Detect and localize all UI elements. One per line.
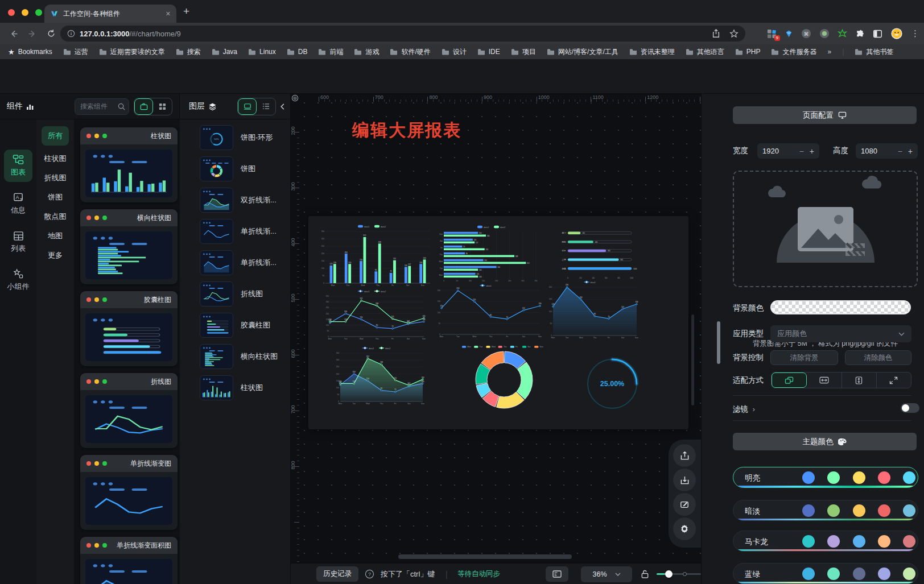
component-card[interactable]: 胶囊柱图 xyxy=(80,291,178,366)
chart-single-line-area[interactable]: data1050100150200MonTueWedThuFriSatSun12… xyxy=(544,279,641,341)
clear-background-button[interactable]: 清除背景 xyxy=(770,350,838,365)
component-library-toggle[interactable] xyxy=(134,98,153,115)
bookmark-folder[interactable]: 运营 xyxy=(63,47,88,57)
browser-tab[interactable]: 工作空间-各种组件 ✕ xyxy=(44,5,176,23)
zoom-slider[interactable] xyxy=(657,564,701,584)
bookmark-folder[interactable]: 近期需要读的文章 xyxy=(99,47,165,57)
chart-double-line[interactable]: data1data2050100150200250300350MonTueWed… xyxy=(321,288,428,342)
theme-color-header[interactable]: 主题颜色 xyxy=(733,433,917,450)
window-zoom-button[interactable] xyxy=(35,9,42,16)
recorder-extension-icon[interactable] xyxy=(819,28,830,39)
bookmark-folder[interactable]: 软件/硬件 xyxy=(390,47,430,57)
bookmark-folder[interactable]: Java xyxy=(212,47,237,57)
theme-option-马卡龙[interactable]: 马卡龙 xyxy=(733,531,918,552)
window-close-button[interactable] xyxy=(8,9,15,16)
tampermonkey-icon[interactable]: 9 xyxy=(767,29,777,39)
chart-progress-ring[interactable]: 25.00% xyxy=(585,356,640,412)
settings-gear-icon[interactable] xyxy=(673,517,696,540)
plus-icon[interactable]: + xyxy=(908,147,913,156)
sidebar-item-列表[interactable]: 列表 xyxy=(4,231,32,254)
bookmarks-manager[interactable]: ★Bookmarks xyxy=(8,48,52,56)
window-minimize-button[interactable] xyxy=(22,9,28,16)
dashboard-board[interactable]: data1data2050100150200250300350Mon120130… xyxy=(308,216,688,429)
clear-color-button[interactable]: 清除颜色 xyxy=(845,350,911,365)
gem-extension-icon[interactable] xyxy=(785,30,793,38)
chart-single-line[interactable]: data1050100150200MonTueWedThuFriSatSun12… xyxy=(432,282,544,340)
category-item[interactable]: 柱状图 xyxy=(42,149,69,168)
minus-icon[interactable]: − xyxy=(799,147,804,156)
bookmark-folder[interactable]: 项目 xyxy=(511,47,536,57)
vertical-scrollbar[interactable] xyxy=(691,314,694,405)
app-type-select[interactable]: 应用颜色 xyxy=(770,325,911,342)
bookmark-folder[interactable]: PHP xyxy=(735,47,761,57)
bookmark-folder[interactable]: IDE xyxy=(477,47,500,57)
plus-icon[interactable]: + xyxy=(810,147,814,156)
bookmark-folder[interactable]: 游戏 xyxy=(354,47,379,57)
canvas-heading-text[interactable]: 编辑大屏报表 xyxy=(352,119,461,142)
grid-view-toggle[interactable] xyxy=(153,98,172,115)
sidebar-item-信息[interactable]: A信息 xyxy=(4,192,32,216)
bookmark-folder[interactable]: DB xyxy=(287,47,308,57)
height-stepper[interactable]: 1080−+ xyxy=(856,143,918,159)
category-item[interactable]: 折线图 xyxy=(42,168,69,188)
sidebar-icon[interactable] xyxy=(873,29,882,39)
horizontal-scrollbar[interactable] xyxy=(398,554,572,559)
export-button[interactable] xyxy=(673,444,696,467)
unlock-icon[interactable] xyxy=(641,564,649,584)
component-card[interactable]: 柱状图 xyxy=(80,127,178,202)
page-config-header[interactable]: 页面配置 xyxy=(733,106,917,124)
component-card[interactable]: 横向柱状图 xyxy=(80,209,178,284)
site-info-icon[interactable] xyxy=(67,30,75,38)
ruler-eye-icon[interactable] xyxy=(291,94,299,102)
list-view-toggle[interactable] xyxy=(257,98,275,115)
theme-option-蓝绿[interactable]: 蓝绿 xyxy=(733,563,918,584)
editor-canvas[interactable]: 6007008009001000110012001300 20030040050… xyxy=(291,94,701,584)
profile-avatar[interactable] xyxy=(890,27,903,40)
help-icon[interactable]: ? xyxy=(365,564,374,584)
category-item[interactable]: 更多 xyxy=(42,246,69,265)
bookmark-folder[interactable]: 前端 xyxy=(318,47,343,57)
minus-icon[interactable]: − xyxy=(898,147,902,156)
bookmarks-overflow-icon[interactable]: » xyxy=(827,48,831,56)
layer-item[interactable]: 饼图 xyxy=(200,156,255,181)
chart-bar-grouped[interactable]: data1data2050100150200250300350Mon120130… xyxy=(316,223,432,289)
layer-item[interactable]: 横向柱状图 xyxy=(200,344,278,369)
filter-toggle[interactable] xyxy=(901,403,919,413)
width-stepper[interactable]: 1920−+ xyxy=(757,143,819,159)
history-button[interactable]: 历史记录 xyxy=(316,564,358,584)
fit-stretch-option[interactable] xyxy=(877,372,911,388)
reload-icon[interactable] xyxy=(44,27,58,40)
fit-height-option[interactable] xyxy=(842,372,877,388)
forward-icon[interactable] xyxy=(25,27,39,40)
zoom-select[interactable]: 36% xyxy=(581,564,632,584)
bookmark-star-icon[interactable] xyxy=(729,29,739,38)
layer-item[interactable]: 胶囊柱图 xyxy=(200,313,270,338)
bookmark-folder[interactable]: Linux xyxy=(248,47,276,57)
chart-donut-pie[interactable]: MonTueWedThuFriSatSun xyxy=(440,342,568,409)
background-upload-area[interactable]: 背景图需小于 5M ， 格式为 png/jpg/gif 的文件 xyxy=(733,171,918,287)
layer-item[interactable]: 柱状图 xyxy=(200,375,263,400)
component-card[interactable]: 折线图 xyxy=(80,373,178,448)
layer-item[interactable]: 单折线渐... xyxy=(200,219,277,244)
bookmark-folder[interactable]: 网站/博客/文章/工具 xyxy=(547,47,618,57)
theme-option-明亮[interactable]: 明亮 xyxy=(733,467,918,488)
star-extension-icon[interactable] xyxy=(838,29,847,39)
bg-color-swatch[interactable] xyxy=(770,300,911,314)
component-card[interactable]: 单折线渐变图 xyxy=(80,455,178,530)
chart-double-line-area[interactable]: data1data2050100150200250300350MonTueWed… xyxy=(331,345,427,407)
import-button[interactable] xyxy=(673,469,696,491)
theme-option-暗淡[interactable]: 暗淡 xyxy=(733,500,918,521)
bookmark-folder[interactable]: 资讯未整理 xyxy=(629,47,675,57)
chart-horizontal-bar[interactable]: data1data2050100150200250300350Sun130160… xyxy=(435,224,544,283)
slider-knob[interactable] xyxy=(665,570,673,578)
puzzle-extensions-icon[interactable] xyxy=(855,29,865,39)
layer-item[interactable]: 双折线渐... xyxy=(200,188,277,213)
layer-item[interactable]: 折线图 xyxy=(200,281,263,307)
bookmark-folder[interactable]: 搜索 xyxy=(176,47,201,57)
thumbnail-view-toggle[interactable] xyxy=(238,98,257,115)
category-item[interactable]: 饼图 xyxy=(42,188,69,207)
fit-scale-option[interactable] xyxy=(772,372,807,388)
bookmark-folder[interactable]: 设计 xyxy=(442,47,467,57)
category-item[interactable]: 散点图 xyxy=(42,207,69,226)
fit-width-option[interactable] xyxy=(807,372,842,388)
